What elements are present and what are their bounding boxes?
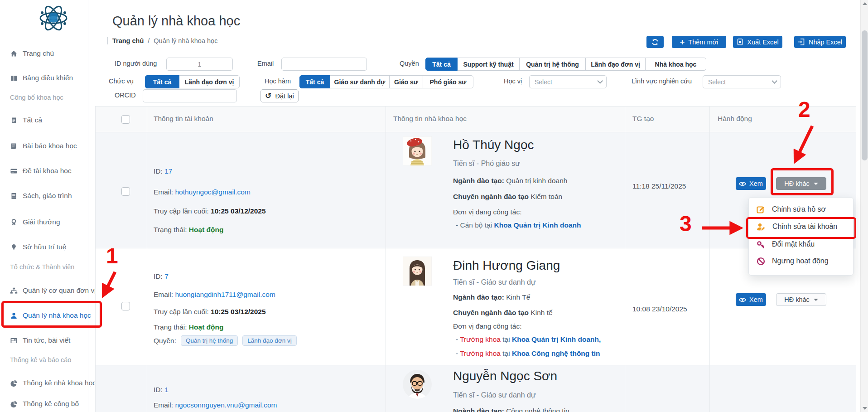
id-value[interactable]: 7 xyxy=(164,272,169,280)
table-row: ID: 7 Email: huongiangdinh1711@gmail.com… xyxy=(96,248,856,365)
sidebar-item-dashboard[interactable]: Bảng điều khiển xyxy=(10,72,87,84)
sidebar-item-articles[interactable]: Bài báo khoa học xyxy=(10,140,87,152)
row-checkbox[interactable] xyxy=(121,187,130,196)
rank-option-associate-professor[interactable]: Phó giáo sư xyxy=(423,75,473,88)
filter-orcid-label: ORCID xyxy=(115,92,136,99)
degree-select[interactable]: Select xyxy=(529,75,607,88)
rank-option-honorary-professor[interactable]: Giáo sư danh dự xyxy=(330,75,390,88)
rank-option-all[interactable]: Tất cả xyxy=(299,75,330,88)
row-checkbox[interactable] xyxy=(121,302,130,310)
add-new-button[interactable]: + Thêm mới xyxy=(672,36,726,48)
role-option-unit-leader[interactable]: Lãnh đạo đơn vị xyxy=(585,58,646,71)
page-title: Quản lý nhà khoa học xyxy=(112,14,240,29)
sidebar-item-home[interactable]: Trang chủ xyxy=(10,48,87,59)
orcid-input[interactable] xyxy=(143,89,237,102)
role-option-admin[interactable]: Quản trị hệ thống xyxy=(519,58,586,71)
sidebar-item-manage-units[interactable]: Quản lý cơ quan đơn vị xyxy=(10,285,87,296)
sidebar-item-intellectual-property[interactable]: Sở hữu trí tuệ xyxy=(10,241,87,253)
position-option-all[interactable]: Tất cả xyxy=(145,75,179,88)
vertical-scrollbar[interactable] xyxy=(860,0,868,412)
more-actions-button[interactable]: HĐ khác xyxy=(776,293,826,306)
view-button[interactable]: Xem xyxy=(736,177,766,190)
role-option-all[interactable]: Tất cả xyxy=(425,58,458,71)
column-header-scientist: Thông tin nhà khoa học xyxy=(393,115,467,123)
sidebar-item-awards[interactable]: Giải thưởng xyxy=(10,216,87,228)
scientists-table: Thông tin tài khoản Thông tin nhà khoa h… xyxy=(95,106,856,412)
export-excel-button[interactable]: Xuất Excel xyxy=(733,36,782,48)
email-link[interactable]: huongiangdinh1711@gmail.com xyxy=(175,291,275,298)
id-value[interactable]: 17 xyxy=(164,167,172,175)
role-toggle-group: Tất cả Support kỹ thuật Quản trị hệ thốn… xyxy=(425,58,706,71)
annotation-step-1: 1 xyxy=(106,245,118,267)
unit-role: Trưởng khoa xyxy=(460,349,501,357)
email-label: Email: xyxy=(154,401,173,409)
sidebar-item-label: Tất cả xyxy=(23,116,42,124)
email-link[interactable]: hothuyngoc@gmail.com xyxy=(175,188,251,196)
menu-item-label: Chỉnh sửa tài khoản xyxy=(772,223,837,231)
breadcrumb-divider xyxy=(107,37,108,44)
annotation-step-3: 3 xyxy=(680,213,692,235)
import-excel-button[interactable]: Nhập Excel xyxy=(794,36,846,48)
more-actions-button[interactable]: HĐ khác xyxy=(776,177,826,190)
created-at: 10:08 23/10/2025 xyxy=(632,305,687,313)
email-link[interactable]: ngocsonnguyen.vnu@gmail.com xyxy=(175,401,277,409)
sidebar-item-news[interactable]: Tin tức, bài viết xyxy=(10,334,87,346)
role-option-scientist[interactable]: Nhà khoa học xyxy=(645,58,706,71)
created-at: 11:18 25/11/2025 xyxy=(632,182,686,190)
major-value: Quản trị kinh doanh xyxy=(506,177,567,184)
edit-profile-icon xyxy=(757,205,765,214)
role-option-support[interactable]: Support kỹ thuật xyxy=(457,58,520,71)
sidebar-item-projects[interactable]: Đề tài khoa học xyxy=(10,165,87,177)
filter-field-label: Lĩnh vực nghiên cứu xyxy=(632,78,692,85)
roles-label: Quyền: xyxy=(154,337,176,345)
breadcrumb: Trang chủ / Quản lý nhà khoa học xyxy=(107,37,217,44)
select-all-checkbox[interactable] xyxy=(121,115,130,124)
research-field-select[interactable]: Select xyxy=(703,75,781,88)
scientist-icon xyxy=(10,312,18,320)
book-icon xyxy=(10,192,18,200)
sidebar-item-label: Sách, giáo trình xyxy=(23,192,72,200)
scrollbar-thumb[interactable] xyxy=(862,30,868,160)
scientist-name[interactable]: Hồ Thúy Ngọc xyxy=(453,138,534,152)
user-id-input[interactable] xyxy=(166,58,233,71)
sidebar-item-all-publications[interactable]: Tất cả xyxy=(10,114,87,126)
filter-role-label: Quyền xyxy=(400,60,419,67)
scientist-name[interactable]: Đinh Hương Giang xyxy=(453,258,560,273)
specialty-value: Kiểm toán xyxy=(530,193,562,200)
unit-org-link[interactable]: Khoa Quản trị Kinh doanh xyxy=(512,335,599,343)
clipboard-icon xyxy=(10,116,18,124)
sidebar-item-scientist-stats[interactable]: Thống kê nhà khoa học xyxy=(10,377,87,389)
sidebar-item-label: Tin tức, bài viết xyxy=(23,336,70,344)
column-header-created: TG tạo xyxy=(632,115,654,123)
reset-filters-button[interactable]: ↺ Đặt lại xyxy=(260,89,299,102)
column-header-account: Thông tin tài khoản xyxy=(154,115,213,123)
sidebar-item-publication-stats[interactable]: Thống kê công bố xyxy=(10,398,87,410)
major-label: Ngành đào tạo: xyxy=(453,407,504,412)
breadcrumb-home[interactable]: Trang chủ xyxy=(112,37,144,44)
email-label: Email: xyxy=(154,188,173,196)
scroll-down-arrow-icon[interactable] xyxy=(863,407,867,410)
email-input[interactable] xyxy=(281,58,367,71)
unit-role: Cán bộ xyxy=(460,221,482,229)
scroll-up-arrow-icon[interactable] xyxy=(863,2,867,5)
menu-item-deactivate[interactable]: Ngưng hoạt động xyxy=(749,253,854,269)
sidebar: Trang chủ Bảng điều khiển Công bố khoa h… xyxy=(0,0,88,412)
position-option-unit-leader[interactable]: Lãnh đạo đơn vị xyxy=(179,75,240,88)
sidebar-item-manage-scientists[interactable]: Quản lý nhà khoa học xyxy=(10,310,87,321)
view-button[interactable]: Xem xyxy=(736,293,766,306)
last-access-label: Truy cập lần cuối: xyxy=(154,207,209,215)
unit-org-link[interactable]: Khoa Quản trị Kinh doanh xyxy=(494,221,581,229)
refresh-button[interactable] xyxy=(646,36,664,48)
sidebar-item-books[interactable]: Sách, giáo trình xyxy=(10,190,87,202)
sidebar-item-label: Sở hữu trí tuệ xyxy=(23,243,66,251)
menu-item-edit-profile[interactable]: Chỉnh sửa hồ sơ xyxy=(749,201,854,218)
menu-item-edit-account[interactable]: Chỉnh sửa tài khoản xyxy=(749,218,854,235)
menu-item-change-password[interactable]: Đổi mật khẩu xyxy=(749,236,854,252)
column-divider xyxy=(625,107,625,412)
award-icon xyxy=(10,218,18,226)
id-value[interactable]: 1 xyxy=(164,386,169,393)
unit-org-link[interactable]: Khoa Công nghệ thông tin xyxy=(512,349,600,357)
rank-option-professor[interactable]: Giáo sư xyxy=(389,75,423,88)
table-row: ID: 17 Email: hothuyngoc@gmail.com Truy … xyxy=(96,132,856,248)
scientist-name[interactable]: Nguyễn Ngọc Sơn xyxy=(453,369,557,383)
